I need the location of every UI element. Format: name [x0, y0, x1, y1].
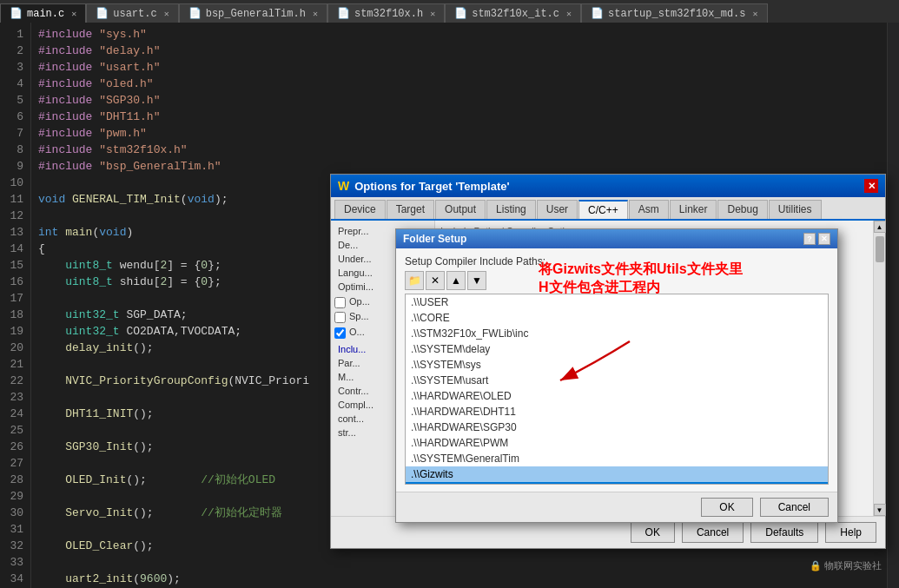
scroll-down-arrow[interactable]: ▼ [874, 504, 886, 516]
path-item-5[interactable]: .\\SYSTEM\usart [406, 373, 828, 388]
tab-close-icon[interactable]: ✕ [164, 9, 169, 19]
folder-label: Setup Compiler Include Paths: [405, 255, 829, 268]
opt-checkbox-1[interactable] [334, 297, 346, 308]
tab-main-c[interactable]: 📄 main.c ✕ [0, 3, 86, 23]
options-dialog-tabs: Device Target Output Listing User C/C++ … [331, 197, 885, 221]
options-close-button[interactable]: ✕ [864, 179, 878, 193]
folder-up-btn[interactable]: ▲ [446, 271, 466, 290]
tab-icon: 📄 [591, 7, 604, 20]
tab-icon: 📄 [10, 7, 23, 20]
tab-close-icon[interactable]: ✕ [566, 9, 572, 19]
folder-dialog-titlebar: Folder Setup ? ✕ [396, 229, 837, 248]
line-numbers: 12345 678910 1112131415 1617181920 21222… [0, 23, 31, 588]
tab-user[interactable]: User [537, 200, 578, 219]
folder-dialog-title-left: Folder Setup [403, 233, 466, 245]
folder-dialog-body: Setup Compiler Include Paths: 📁 ✕ ▲ ▼ .\… [396, 248, 837, 492]
opt-checkbox-2[interactable] [334, 312, 346, 323]
path-item-3[interactable]: .\\SYSTEM\delay [406, 341, 828, 357]
opt-checkbox-3[interactable] [334, 327, 346, 339]
folder-path-list[interactable]: .\\USER .\\CORE .\\STM32F10x_FWLib\inc .… [405, 294, 829, 485]
tab-icon: 📄 [454, 7, 467, 20]
path-item-4[interactable]: .\\SYSTEM\sys [406, 357, 828, 373]
path-item-10[interactable]: .\\SYSTEM\GeneralTim [406, 451, 828, 466]
folder-help-btn[interactable]: ? [803, 233, 816, 245]
options-dialog-titlebar: W Options for Target 'Template' ✕ [331, 175, 885, 197]
tab-output[interactable]: Output [435, 200, 486, 219]
path-item-11[interactable]: .\\Gizwits [406, 466, 828, 482]
options-scrollbar[interactable]: ▲ ▼ [873, 221, 885, 516]
path-item-2[interactable]: .\\STM32F10x_FWLib\inc [406, 326, 828, 341]
tab-linker[interactable]: Linker [670, 200, 717, 219]
path-item-9[interactable]: .\\HARDWARE\PWM [406, 435, 828, 451]
tab-bar: 📄 main.c ✕ 📄 usart.c ✕ 📄 bsp_GeneralTim.… [0, 0, 899, 23]
folder-dialog-title-text: Folder Setup [403, 233, 466, 245]
options-help-button[interactable]: Help [825, 522, 876, 543]
tab-stm32f10x-it-c[interactable]: 📄 stm32f10x_it.c ✕ [445, 3, 581, 23]
tab-bsp-general-tim-h[interactable]: 📄 bsp_GeneralTim.h ✕ [179, 3, 327, 23]
folder-delete-btn[interactable]: ✕ [426, 271, 445, 290]
tab-close-icon[interactable]: ✕ [313, 9, 318, 19]
tab-icon: 📄 [188, 7, 202, 20]
options-defaults-button[interactable]: Defaults [750, 522, 818, 543]
folder-setup-dialog[interactable]: Folder Setup ? ✕ Setup Compiler Include … [395, 228, 838, 523]
tab-startup[interactable]: 📄 startup_stm32f10x_md.s ✕ [581, 3, 767, 23]
tab-close-icon[interactable]: ✕ [753, 9, 758, 19]
path-item-6[interactable]: .\\HARDWARE\OLED [406, 388, 828, 404]
dialog-title-icon: W [338, 179, 349, 193]
options-dialog-title: Options for Target 'Template' [354, 180, 509, 193]
opt-label-1: Op... [349, 296, 370, 307]
opt-label-3: O... [349, 327, 365, 337]
tab-icon: 📄 [337, 7, 350, 20]
tab-cc[interactable]: C/C++ [578, 200, 628, 219]
tab-usart-c[interactable]: 📄 usart.c ✕ [86, 3, 178, 23]
opt-label-2: Sp... [349, 311, 369, 321]
tab-stm32f10x-h[interactable]: 📄 stm32f10x.h ✕ [327, 3, 445, 23]
tab-target[interactable]: Target [387, 200, 434, 219]
editor-scrollbar[interactable] [887, 23, 899, 588]
folder-titlebar-buttons: ? ✕ [803, 233, 830, 245]
path-item-1[interactable]: .\\CORE [406, 310, 828, 326]
path-item-8[interactable]: .\\HARDWARE\SGP30 [406, 420, 828, 435]
scroll-thumb[interactable] [876, 236, 884, 262]
tab-close-icon[interactable]: ✕ [71, 9, 76, 19]
tab-icon: 📄 [96, 7, 109, 20]
folder-new-btn[interactable]: 📁 [405, 271, 424, 290]
tab-utilities[interactable]: Utilities [769, 200, 822, 219]
tab-debug[interactable]: Debug [717, 200, 767, 219]
folder-down-btn[interactable]: ▼ [467, 271, 486, 290]
tab-listing[interactable]: Listing [486, 200, 536, 219]
folder-toolbar: 📁 ✕ ▲ ▼ [405, 271, 829, 290]
tab-close-icon[interactable]: ✕ [430, 9, 435, 19]
scroll-up-arrow[interactable]: ▲ [874, 221, 886, 233]
folder-cancel-button[interactable]: Cancel [760, 498, 829, 517]
path-item-0[interactable]: .\\USER [406, 294, 828, 310]
folder-close-btn[interactable]: ✕ [818, 233, 830, 245]
tab-device[interactable]: Device [334, 200, 386, 219]
folder-dialog-footer: OK Cancel [396, 492, 837, 522]
path-item-12[interactable]: .\\Utils [406, 482, 828, 485]
folder-ok-button[interactable]: OK [701, 498, 752, 517]
path-item-7[interactable]: .\\HARDWARE\DHT11 [406, 404, 828, 420]
options-cancel-button[interactable]: Cancel [682, 522, 744, 543]
tab-asm[interactable]: Asm [629, 200, 669, 219]
options-ok-button[interactable]: OK [631, 522, 675, 543]
